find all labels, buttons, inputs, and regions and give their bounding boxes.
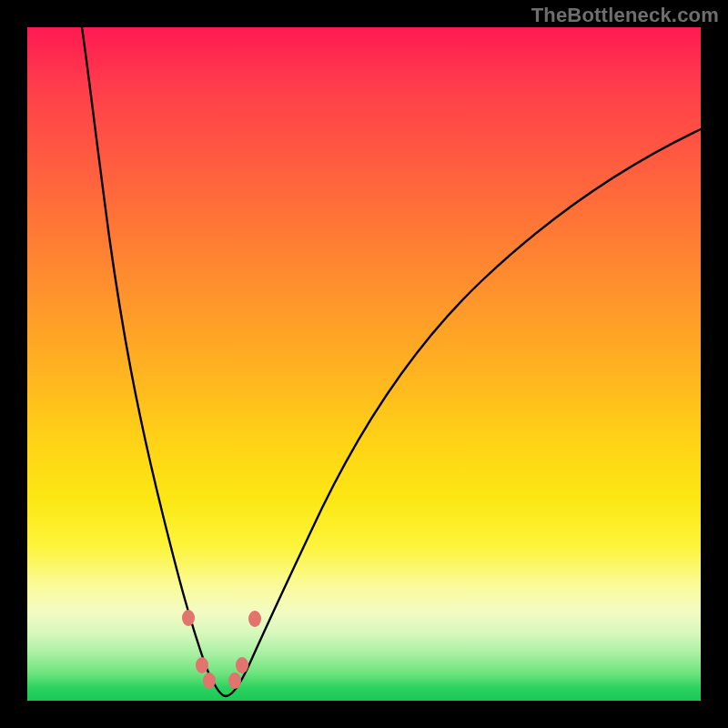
bottleneck-curve (82, 27, 701, 696)
curve-marker (203, 672, 216, 689)
plot-area (27, 27, 701, 701)
curve-layer (27, 27, 701, 701)
curve-marker (248, 611, 261, 627)
curve-marker (196, 657, 208, 673)
watermark-text: TheBottleneck.com (531, 4, 719, 27)
chart-frame: TheBottleneck.com (0, 0, 728, 728)
curve-marker (228, 672, 241, 689)
curve-marker (236, 657, 248, 673)
curve-marker (182, 610, 195, 626)
